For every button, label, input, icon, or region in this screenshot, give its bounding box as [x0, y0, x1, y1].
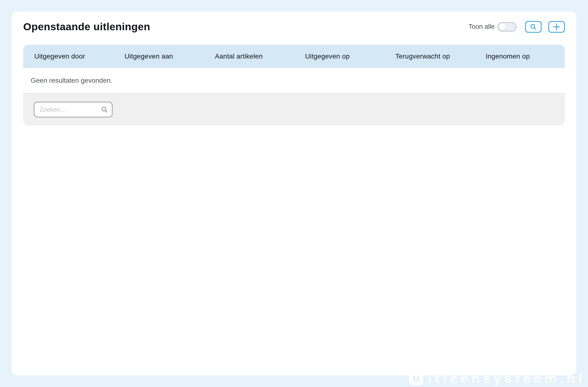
header-controls: Toon alle	[469, 21, 565, 33]
table-search	[34, 102, 112, 117]
show-all-toggle[interactable]	[498, 22, 516, 31]
search-icon	[530, 23, 537, 30]
loans-table: Uitgegeven door Uitgegeven aan Aantal ar…	[23, 45, 565, 126]
table-footer	[23, 93, 565, 126]
column-header-uitgegeven-door: Uitgegeven door	[23, 52, 113, 60]
column-header-uitgegeven-aan: Uitgegeven aan	[113, 52, 204, 60]
add-button[interactable]	[548, 21, 565, 33]
column-header-uitgegeven-op: Uitgegeven op	[294, 52, 384, 60]
empty-state-message: Geen resultaten gevonden.	[23, 68, 565, 93]
column-header-aantal-artikelen: Aantal artikelen	[204, 52, 294, 60]
plus-icon	[552, 23, 561, 31]
content-card: Openstaande uitleningen Toon alle	[12, 12, 576, 375]
search-button[interactable]	[525, 21, 542, 33]
toggle-knob	[499, 23, 506, 30]
show-all-label: Toon alle	[469, 23, 495, 30]
column-header-terugverwacht-op: Terugverwacht op	[384, 52, 474, 60]
table-header-row: Uitgegeven door Uitgegeven aan Aantal ar…	[23, 45, 565, 68]
card-header: Openstaande uitleningen Toon alle	[12, 12, 576, 45]
column-header-ingenomen-op: Ingenomen op	[475, 52, 565, 60]
table-search-input[interactable]	[34, 102, 112, 117]
page-title: Openstaande uitleningen	[23, 21, 150, 33]
